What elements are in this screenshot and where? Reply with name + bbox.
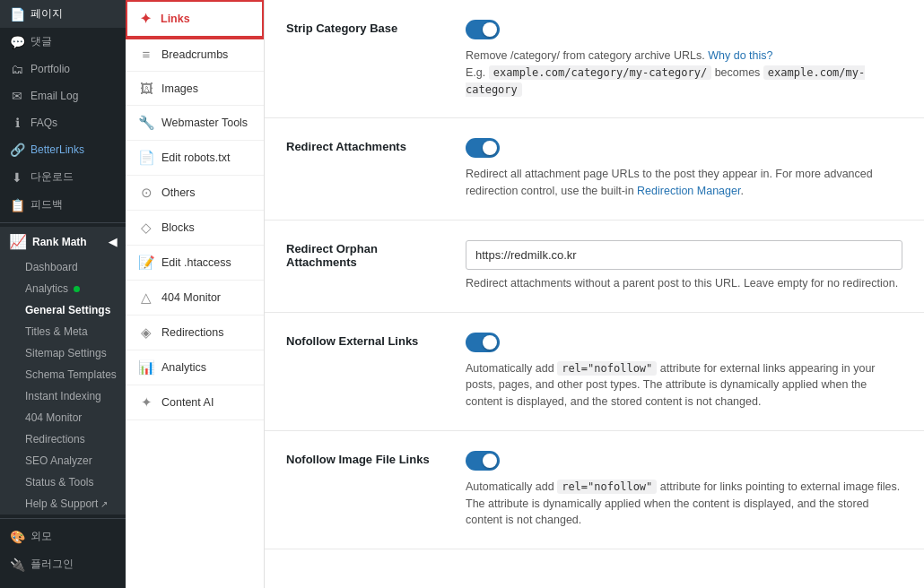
redirect-orphan-label: Redirect OrphanAttachments: [286, 240, 448, 269]
analytics-nav-icon: 📊: [138, 359, 154, 376]
submenu-titles-meta[interactable]: Titles & Meta: [0, 321, 126, 342]
download-icon: ⬇: [9, 170, 25, 185]
nav-links[interactable]: ✦ Links: [126, 0, 264, 38]
nav-breadcrumbs[interactable]: ≡ Breadcrumbs: [126, 38, 264, 72]
sidebar-item-appearance[interactable]: 🎨 외모: [0, 523, 126, 550]
chevron-icon: ◀: [109, 236, 117, 248]
breadcrumbs-nav-icon: ≡: [138, 47, 154, 62]
rank-math-submenu: Dashboard Analytics General Settings Tit…: [0, 256, 126, 514]
nav-edit-htaccess[interactable]: 📝 Edit .htaccess: [126, 246, 264, 281]
sidebar-item-faqs[interactable]: ℹ FAQs: [0, 109, 126, 136]
nav-links-label: Links: [161, 13, 190, 25]
example-before-code: example.com/category/my-category/: [489, 65, 711, 80]
nav-redirections-label: Redirections: [161, 326, 223, 339]
redirect-attachments-toggle[interactable]: [466, 138, 500, 158]
submenu-404-monitor[interactable]: 404 Monitor: [0, 407, 126, 428]
nav-others[interactable]: ⊙ Others: [126, 176, 264, 211]
submenu-redirections[interactable]: Redirections: [0, 428, 126, 450]
strip-category-toggle[interactable]: [466, 20, 500, 39]
sidebar-divider-2: [0, 518, 126, 519]
betterlinks-icon: 🔗: [9, 143, 25, 157]
nofollow-external-body: Automatically add rel="nofollow" attribu…: [466, 333, 902, 411]
nofollow-image-toggle[interactable]: [466, 451, 500, 471]
sidebar-item-email-log[interactable]: ✉ Email Log: [0, 82, 126, 109]
sidebar-item-page[interactable]: 📄 페이지: [0, 0, 126, 28]
nav-content-ai[interactable]: ✦ Content AI: [126, 385, 264, 420]
comment-icon: 💬: [9, 35, 25, 49]
wp-sidebar: 📄 페이지 💬 댓글 🗂 Portfolio ✉ Email Log ℹ FAQ…: [0, 0, 126, 588]
sidebar-item-plugin[interactable]: 🔌 플러그인: [0, 550, 126, 578]
submenu-seo-analyzer[interactable]: SEO Analyzer: [0, 450, 126, 471]
nofollow-image-label: Nofollow Image File Links: [286, 451, 448, 466]
sidebar-label: 외모: [31, 529, 52, 544]
sidebar-label: Email Log: [31, 90, 78, 102]
sidebar-item-betterlinks[interactable]: 🔗 BetterLinks: [0, 136, 126, 163]
plugin-icon: 🔌: [9, 558, 25, 572]
nofollow-image-desc: Automatically add rel="nofollow" attribu…: [466, 479, 902, 529]
sidebar-item-portfolio[interactable]: 🗂 Portfolio: [0, 56, 126, 82]
strip-category-body: Remove /category/ from category archive …: [466, 20, 902, 98]
sidebar-divider: [0, 222, 126, 223]
submenu-general-settings[interactable]: General Settings: [0, 299, 126, 321]
blocks-nav-icon: ◇: [138, 220, 154, 236]
submenu-sitemap-settings[interactable]: Sitemap Settings: [0, 342, 126, 364]
sidebar-label: 댓글: [31, 34, 52, 49]
redirections-nav-icon: ◈: [138, 324, 154, 341]
sidebar-label: FAQs: [31, 117, 57, 129]
nav-blocks[interactable]: ◇ Blocks: [126, 211, 264, 246]
sidebar-label: BetterLinks: [31, 143, 84, 156]
nav-analytics[interactable]: 📊 Analytics: [126, 350, 264, 385]
sidebar-label: 페이지: [31, 6, 63, 22]
nav-images[interactable]: 🖼 Images: [126, 72, 264, 106]
feedback-icon: 📋: [9, 198, 25, 212]
submenu-dashboard[interactable]: Dashboard: [0, 256, 126, 278]
nav-robots-label: Edit robots.txt: [161, 151, 230, 164]
nav-webmaster-tools[interactable]: 🔧 Webmaster Tools: [126, 106, 264, 141]
nav-404-monitor[interactable]: △ 404 Monitor: [126, 281, 264, 316]
others-nav-icon: ⊙: [138, 185, 154, 201]
rank-math-header[interactable]: 📈 Rank Math ◀: [0, 227, 126, 256]
robots-nav-icon: 📄: [138, 150, 154, 166]
nav-others-label: Others: [161, 186, 196, 199]
submenu-schema-templates[interactable]: Schema Templates: [0, 364, 126, 385]
submenu-help-support[interactable]: Help & Support ↗: [0, 493, 126, 514]
webmaster-nav-icon: 🔧: [138, 115, 154, 131]
appearance-icon: 🎨: [9, 530, 25, 544]
sidebar-item-download[interactable]: ⬇ 다운로드: [0, 163, 126, 191]
nofollow-external-toggle[interactable]: [466, 333, 500, 352]
redirect-attachments-row: Redirect Attachments Redirect all attach…: [265, 118, 924, 220]
main-content: Strip Category Base Remove /category/ fr…: [265, 0, 924, 588]
nofollow-external-desc: Automatically add rel="nofollow" attribu…: [466, 360, 902, 411]
redirection-manager-link[interactable]: Redirection Manager: [637, 185, 740, 197]
nofollow-external-row: Nofollow External Links Automatically ad…: [265, 313, 924, 431]
sidebar-label: Portfolio: [31, 63, 70, 75]
nav-breadcrumbs-label: Breadcrumbs: [161, 48, 228, 61]
nofollow-image-row: Nofollow Image File Links Automatically …: [265, 431, 924, 549]
redirect-orphan-desc: Redirect attachments without a parent po…: [466, 275, 902, 292]
email-icon: ✉: [9, 89, 25, 103]
images-nav-icon: 🖼: [138, 81, 154, 96]
sidebar-item-comment[interactable]: 💬 댓글: [0, 28, 126, 56]
nav-edit-robots[interactable]: 📄 Edit robots.txt: [126, 141, 264, 176]
submenu-instant-indexing[interactable]: Instant Indexing: [0, 385, 126, 407]
strip-category-label: Strip Category Base: [286, 20, 448, 35]
analytics-dot: [74, 286, 80, 292]
strip-category-base-row: Strip Category Base Remove /category/ fr…: [265, 0, 924, 118]
settings-nav: ✦ Links ≡ Breadcrumbs 🖼 Images 🔧 Webmast…: [126, 0, 265, 588]
submenu-analytics[interactable]: Analytics: [0, 278, 126, 299]
nav-analytics-label: Analytics: [161, 361, 206, 374]
redirect-orphan-input[interactable]: [466, 240, 902, 270]
nav-redirections[interactable]: ◈ Redirections: [126, 316, 264, 350]
nofollow-external-label: Nofollow External Links: [286, 333, 448, 348]
page-icon: 📄: [9, 7, 25, 22]
redirect-orphan-body: Redirect attachments without a parent po…: [466, 240, 902, 292]
redirect-attachments-body: Redirect all attachment page URLs to the…: [466, 138, 902, 200]
submenu-status-tools[interactable]: Status & Tools: [0, 471, 126, 493]
redirect-orphan-row: Redirect OrphanAttachments Redirect atta…: [265, 220, 924, 313]
links-nav-icon: ✦: [137, 11, 153, 27]
sidebar-item-feedback[interactable]: 📋 피드백: [0, 191, 126, 219]
content-ai-nav-icon: ✦: [138, 394, 154, 411]
nofollow-code: rel="nofollow": [557, 361, 657, 376]
nofollow-image-body: Automatically add rel="nofollow" attribu…: [466, 451, 902, 529]
why-do-this-link[interactable]: Why do this?: [708, 49, 772, 62]
